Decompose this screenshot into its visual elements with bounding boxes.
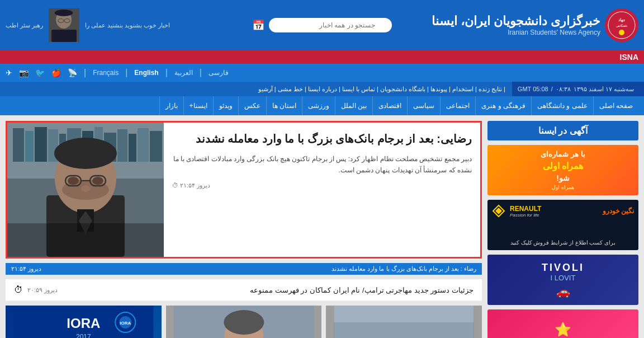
renault-ad-content: نگین خودرو RENAULT Passion for life برای… (487, 200, 638, 250)
date-label: سه‌شنبه ۱۷ اسفند ۱۳۹۵ (574, 86, 634, 93)
article-list-item-2[interactable]: جزئیات دستور جدید مهاجرتی ترامپ/ نام ایر… (6, 279, 482, 301)
lang-separator-2: | (125, 68, 127, 78)
ticker-time: GMT 05:08 / ۰۸:۳۸ سه‌شنبه ۱۷ اسفند ۱۳۹۵ (512, 82, 644, 96)
leader-text: اخبار خوب بشنوید بنشنید عملی را (85, 22, 170, 29)
nav-culture[interactable]: فرهنگی و هنری (475, 96, 531, 115)
lang-separator-4: | (200, 68, 202, 78)
articles-area: رضایی: بعد از برجام بانک‌های بزرگ با ما … (6, 121, 482, 338)
logo-persian-title: خبرگزاری دانشجویان ایران، ایسنا (432, 14, 600, 29)
article2-meta: دیروز ۲۰:۵۹ ⏱ (14, 285, 58, 295)
main-content: آگهی در ایسنا با هر شماره‌ای همراه اولی … (0, 115, 644, 338)
wifi-icon[interactable]: 📡 (68, 68, 77, 77)
nav-video[interactable]: ویدئو (213, 96, 238, 115)
ticker-content: | نتایج زنده | استخدام | پیوندها | باشگا… (0, 86, 512, 93)
leader-caption: رهبر سئر اطب (6, 22, 43, 29)
featured-article[interactable]: رضایی: بعد از برجام بانک‌های بزرگ با ما … (6, 121, 482, 259)
ad-line2: همراه اولی (543, 161, 583, 171)
time-separator: / (551, 86, 553, 92)
svg-rect-20 (35, 127, 47, 162)
svg-text:IORA: IORA (67, 316, 100, 331)
lang-french[interactable]: Français (93, 69, 119, 77)
nav-isnaplus[interactable]: ایسنا+ (183, 96, 213, 115)
ad-banner-tivoli[interactable]: TIVOLI I LOVIT 🚗 (487, 255, 638, 305)
featured-article-summary: دبیر مجمع تشخیص مصلحت نظام اظهار کرد: پس… (172, 153, 472, 176)
ticker-bar: GMT 05:08 / ۰۸:۳۸ سه‌شنبه ۱۷ اسفند ۱۳۹۵ … (0, 82, 644, 96)
tivoli-content: TIVOLI I LOVIT 🚗 (487, 255, 638, 305)
clock-icon: ⏱ (172, 182, 178, 189)
nav-international[interactable]: بین الملل (335, 96, 372, 115)
svg-rect-18 (13, 128, 24, 162)
top-header: جهاد دانشگاهی خبرگزاری دانشجویان ایران، … (0, 0, 644, 50)
logo-english-title: Iranian Students' News Agency (432, 29, 600, 36)
lang-arabic[interactable]: العربية (174, 69, 193, 77)
article2-title: جزئیات دستور جدید مهاجرتی ترامپ/ نام ایر… (58, 286, 473, 294)
right-header-area: اخبار خوب بشنوید بنشنید عملی را رهبر سئر… (6, 8, 216, 42)
person-svg (7, 123, 164, 257)
calendar-icon-button[interactable]: 📅 (252, 19, 264, 31)
ad-banner-hamrahe[interactable]: با هر شماره‌ای همراه اولی شو! همراه اول (487, 145, 638, 195)
nav-political[interactable]: سیاسی (407, 96, 440, 115)
article2-time: دیروز ۲۰:۵۹ (27, 287, 58, 294)
ad-line1: با هر شماره‌ای (541, 150, 585, 158)
bottom-ticker-text: رضاء : بعد از برجام بانک‌های بزرگ با ما … (332, 265, 476, 273)
nav-science[interactable]: علمی و دانشگاهی (531, 96, 593, 115)
star-icon: ⭐ (555, 322, 571, 337)
featured-article-image (7, 123, 164, 257)
svg-point-40 (81, 185, 90, 192)
svg-point-38 (68, 177, 79, 185)
nav-economic[interactable]: اقتصادی (372, 96, 407, 115)
logo-area: جهاد دانشگاهی خبرگزاری دانشجویان ایران، … (428, 8, 638, 42)
nav-home[interactable]: صفحه اصلی (593, 96, 638, 115)
nav-sports[interactable]: ورزشی (302, 96, 335, 115)
nav-market[interactable]: بازار (159, 96, 183, 115)
featured-article-title: رضایی: بعد از برجام بانک‌های بزرگ با ما … (172, 131, 472, 147)
isna-bar: ISNA (0, 50, 644, 64)
ad-line3: شو! (556, 173, 570, 182)
main-navigation: صفحه اصلی علمی و دانشگاهی فرهنگی و هنری … (0, 96, 644, 115)
featured-time-text: دیروز ۲۱:۵۴ (180, 182, 210, 189)
article2-clock: ⏱ (14, 285, 23, 295)
svg-rect-28 (129, 134, 136, 162)
language-bar: ✈ 📷 🐦 🍎 📡 | Français | English | العربية… (0, 64, 644, 82)
grid-article-2[interactable]: خبر سیاسی (166, 306, 322, 338)
search-input[interactable] (269, 18, 392, 32)
tivoli-icon: 🚗 (556, 285, 570, 298)
svg-rect-59 (334, 306, 474, 322)
nav-social[interactable]: اجتماعی (440, 96, 475, 115)
nav-provinces[interactable]: استان ها (266, 96, 302, 115)
telegram-icon[interactable]: ✈ (6, 68, 12, 77)
pink-ad-content: ⭐ این ستاره، دنباله دار است... (487, 309, 638, 338)
lang-separator-3: | (165, 68, 168, 78)
apple-icon[interactable]: 🍎 (51, 68, 61, 77)
svg-marker-13 (495, 208, 502, 214)
svg-text:2017: 2017 (76, 333, 91, 338)
search-area: 🔍 📅 (216, 18, 427, 32)
grid-article-3[interactable]: IORA 2017 INDONESIA 7 March IORA (6, 306, 162, 338)
lang-english[interactable]: English (134, 69, 158, 77)
ad-banner-renault[interactable]: نگین خودرو RENAULT Passion for life برای… (487, 200, 638, 250)
renault-icon (492, 204, 505, 218)
svg-point-39 (92, 177, 103, 185)
person2-image (166, 306, 322, 338)
tivoli-line1: TIVOLI (542, 262, 584, 274)
negin-khodro-logo: نگین خودرو (603, 207, 634, 215)
lang-persian[interactable]: فارسی (209, 69, 229, 77)
tivoli-line2: I LOVIT (551, 274, 576, 282)
svg-rect-30 (150, 131, 162, 162)
sidebar: آگهی در ایسنا با هر شماره‌ای همراه اولی … (487, 121, 638, 338)
leader-image (49, 8, 79, 42)
nav-photos[interactable]: عکس (238, 96, 266, 115)
svg-rect-43 (7, 223, 164, 257)
grid-article-1[interactable]: اعتراضات در یمن (326, 306, 482, 338)
articles-grid: اعتراضات در یمن (6, 306, 482, 338)
ad-banner-star[interactable]: ⭐ این ستاره، دنباله دار است... (487, 309, 638, 338)
twitter-icon[interactable]: 🐦 (35, 68, 45, 77)
svg-rect-11 (55, 12, 73, 14)
svg-text:دانشگاهی: دانشگاهی (616, 24, 628, 27)
sidebar-ad-title: آگهی در ایسنا (487, 121, 638, 140)
person-photo (7, 123, 164, 257)
grid-article-1-image (326, 306, 482, 338)
svg-rect-6 (51, 30, 77, 42)
instagram-icon[interactable]: 📷 (19, 68, 29, 77)
svg-point-3 (619, 30, 624, 35)
